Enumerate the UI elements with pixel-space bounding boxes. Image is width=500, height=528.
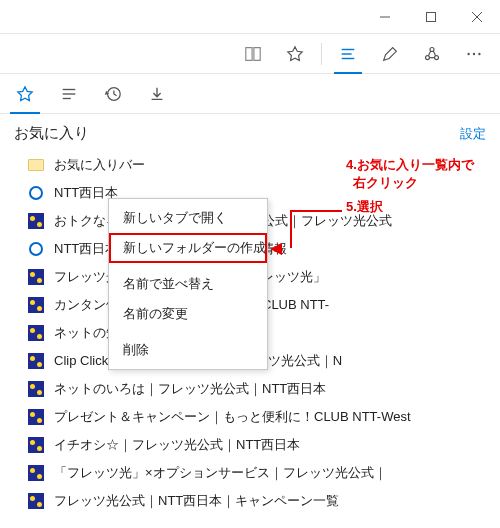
context-menu-item[interactable]: 新しいタブで開く	[109, 203, 267, 233]
pen-icon	[381, 45, 399, 63]
history-icon	[104, 85, 122, 103]
page-title: お気に入り	[14, 124, 89, 143]
svg-point-11	[473, 52, 475, 54]
callout-step4: 4.お気に入り一覧内で 右クリック	[346, 156, 474, 191]
more-button[interactable]	[454, 34, 494, 74]
svg-rect-1	[427, 12, 436, 21]
site-icon	[28, 437, 44, 453]
add-favorite-button[interactable]	[275, 34, 315, 74]
hub-tabs	[0, 74, 500, 114]
callout-step5: 5.選択	[346, 198, 383, 216]
browser-toolbar	[0, 34, 500, 74]
favorite-label: プレゼント＆キャンペーン｜もっと便利に！CLUB NTT-West	[54, 408, 488, 426]
svg-point-10	[467, 52, 469, 54]
star-icon	[16, 85, 34, 103]
site-icon	[28, 465, 44, 481]
site-icon	[28, 381, 44, 397]
tab-downloads[interactable]	[140, 74, 174, 114]
toolbar-separator	[321, 43, 322, 65]
more-icon	[465, 45, 483, 63]
site-icon	[28, 297, 44, 313]
minimize-button[interactable]	[362, 0, 408, 34]
site-icon	[28, 493, 44, 509]
favorite-item[interactable]: ネットのいろは｜フレッツ光公式｜NTT西日本	[6, 375, 494, 403]
site-icon	[28, 269, 44, 285]
maximize-button[interactable]	[408, 0, 454, 34]
callout-text: 5.選択	[346, 199, 383, 214]
context-menu-item[interactable]: 新しいフォルダーの作成	[109, 233, 267, 263]
star-icon	[286, 45, 304, 63]
context-menu-item[interactable]: 名前で並べ替え	[109, 269, 267, 299]
window-titlebar	[0, 0, 500, 34]
hub-button[interactable]	[328, 34, 368, 74]
favorite-item[interactable]: 「フレッツ光」×オプションサービス｜フレッツ光公式｜	[6, 459, 494, 487]
folder-icon	[28, 157, 44, 173]
context-menu-item[interactable]: 名前の変更	[109, 299, 267, 329]
web-note-button[interactable]	[370, 34, 410, 74]
share-icon	[423, 45, 441, 63]
callout-text: 4.お気に入り一覧内で	[346, 157, 474, 172]
favorite-item[interactable]: プレゼント＆キャンペーン｜もっと便利に！CLUB NTT-West	[6, 403, 494, 431]
svg-point-8	[426, 55, 430, 59]
hub-icon	[339, 45, 357, 63]
favorite-label: イチオシ☆｜フレッツ光公式｜NTT西日本	[54, 436, 488, 454]
callout-arrow-line	[290, 210, 342, 248]
svg-point-7	[430, 47, 434, 51]
share-button[interactable]	[412, 34, 452, 74]
context-menu-item[interactable]: 削除	[109, 335, 267, 365]
site-icon	[28, 213, 44, 229]
svg-point-9	[435, 55, 439, 59]
site-icon	[28, 353, 44, 369]
callout-text: 右クリック	[353, 175, 418, 190]
favorites-settings-link[interactable]: 設定	[460, 125, 486, 143]
favorite-label: ネットのいろは｜フレッツ光公式｜NTT西日本	[54, 380, 488, 398]
reading-list-icon	[60, 85, 78, 103]
reading-view-button[interactable]	[233, 34, 273, 74]
svg-point-12	[478, 52, 480, 54]
favorite-item[interactable]: イチオシ☆｜フレッツ光公式｜NTT西日本	[6, 431, 494, 459]
favorite-label: フレッツ光公式｜NTT西日本｜キャンペーン一覧	[54, 492, 488, 510]
favorites-pane-header: お気に入り 設定	[0, 114, 500, 151]
tab-favorites[interactable]	[8, 74, 42, 114]
tab-history[interactable]	[96, 74, 130, 114]
close-button[interactable]	[454, 0, 500, 34]
site-icon	[28, 409, 44, 425]
callout-arrow-head	[270, 243, 282, 255]
download-icon	[148, 85, 166, 103]
favorite-label: 「フレッツ光」×オプションサービス｜フレッツ光公式｜	[54, 464, 488, 482]
site-icon	[28, 241, 44, 257]
context-menu: 新しいタブで開く新しいフォルダーの作成名前で並べ替え名前の変更削除	[108, 198, 268, 370]
tab-reading-list[interactable]	[52, 74, 86, 114]
book-icon	[244, 45, 262, 63]
favorite-item[interactable]: フレッツ光公式｜NTT西日本｜キャンペーン一覧	[6, 487, 494, 515]
site-icon	[28, 185, 44, 201]
site-icon	[28, 325, 44, 341]
